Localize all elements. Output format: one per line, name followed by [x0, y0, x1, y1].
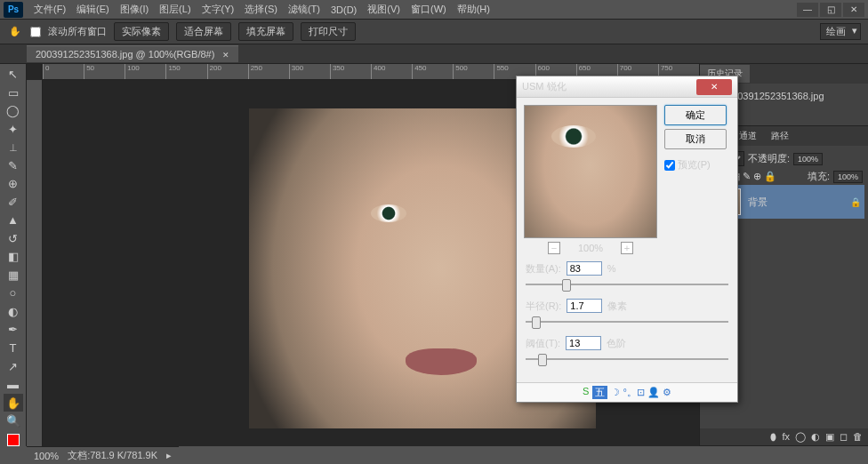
paths-tab[interactable]: 路径	[764, 127, 796, 145]
eyedropper-tool[interactable]: ✎	[4, 157, 23, 175]
ime-bar: S 五 ☽ °。⊡ 👤 ⚙	[517, 382, 737, 402]
amount-slider[interactable]	[526, 277, 728, 292]
history-brush-tool[interactable]: ↺	[4, 230, 23, 248]
folder-icon[interactable]: ▣	[825, 431, 834, 443]
menu-type[interactable]: 文字(Y)	[197, 1, 240, 18]
doc-info-arrow[interactable]: ▸	[166, 450, 172, 461]
blur-tool[interactable]: ○	[4, 284, 23, 302]
layer-name: 背景	[748, 196, 768, 209]
ok-button[interactable]: 确定	[664, 105, 727, 125]
dialog-title: USM 锐化	[522, 80, 567, 93]
shape-tool[interactable]: ▬	[4, 376, 23, 394]
dialog-preview: − 100% +	[524, 105, 657, 254]
menu-select[interactable]: 选择(S)	[239, 1, 283, 18]
amount-input[interactable]	[567, 261, 602, 276]
eraser-tool[interactable]: ◧	[4, 248, 23, 266]
threshold-slider[interactable]	[526, 352, 728, 366]
minimize-button[interactable]: —	[797, 3, 818, 17]
menu-3d[interactable]: 3D(D)	[326, 3, 362, 17]
type-tool[interactable]: T	[4, 340, 23, 357]
ruler-tick: 500	[453, 64, 494, 80]
menu-filter[interactable]: 滤镜(T)	[283, 1, 326, 18]
menu-edit[interactable]: 编辑(E)	[71, 1, 115, 18]
zoom-in-button[interactable]: +	[621, 242, 633, 254]
menu-view[interactable]: 视图(V)	[362, 1, 406, 18]
hand-tool-icon: ✋	[7, 24, 23, 40]
adjustment-icon[interactable]: ◐	[811, 431, 820, 443]
ruler-tick: 150	[165, 64, 206, 80]
workspace-selector[interactable]: 绘画	[820, 23, 861, 40]
hand-tool[interactable]: ✋	[4, 394, 23, 412]
brush-tool[interactable]: ✐	[4, 194, 23, 212]
gradient-tool[interactable]: ▦	[4, 267, 23, 284]
actual-pixels-button[interactable]: 实际像素	[114, 22, 169, 41]
ruler-tick: 0	[43, 64, 84, 80]
doc-info: 文档:781.9 K/781.9K	[68, 449, 157, 462]
ruler-tick: 200	[207, 64, 248, 80]
menu-layer[interactable]: 图层(L)	[154, 1, 196, 18]
dialog-close-button[interactable]: ✕	[696, 79, 732, 95]
dialog-titlebar[interactable]: USM 锐化 ✕	[517, 76, 737, 98]
fit-screen-button[interactable]: 适合屏幕	[176, 22, 231, 41]
opacity-value[interactable]: 100%	[793, 153, 823, 165]
mask-icon[interactable]: ◯	[795, 431, 806, 443]
usm-dialog: USM 锐化 ✕ − 100% + 确定 取消 预览(P) 数量(A):	[516, 76, 738, 403]
path-tool[interactable]: ↗	[4, 357, 23, 375]
zoom-tool[interactable]: 🔍	[4, 412, 23, 430]
threshold-label: 阈值(T):	[526, 337, 560, 350]
crop-tool[interactable]: ⟂	[4, 139, 23, 156]
threshold-unit: 色阶	[607, 337, 626, 350]
menubar: Ps 文件(F) 编辑(E) 图像(I) 图层(L) 文字(Y) 选择(S) 滤…	[0, 0, 868, 20]
radius-input[interactable]	[567, 299, 602, 313]
cancel-button[interactable]: 取消	[664, 129, 727, 149]
pen-tool[interactable]: ✒	[4, 321, 23, 339]
amount-unit: %	[607, 263, 616, 274]
marquee-tool[interactable]: ▭	[4, 84, 23, 102]
ruler-tick: 300	[289, 64, 330, 80]
zoom-percent: 100%	[578, 243, 603, 253]
fill-screen-button[interactable]: 填充屏幕	[238, 22, 293, 41]
history-filename: 200391252351368.jpg	[727, 91, 824, 101]
foreground-color[interactable]	[7, 434, 20, 446]
ruler-tick: 100	[125, 64, 165, 80]
radius-unit: 像素	[607, 300, 627, 313]
ruler-tick: 400	[371, 64, 412, 80]
stamp-tool[interactable]: ▲	[4, 212, 23, 229]
healing-tool[interactable]: ⊕	[4, 175, 23, 193]
move-tool[interactable]: ↖	[4, 66, 23, 84]
menu-help[interactable]: 帮助(H)	[452, 1, 495, 18]
preview-image[interactable]	[524, 105, 657, 238]
wand-tool[interactable]: ✦	[4, 121, 23, 139]
ruler-tick: 250	[248, 64, 289, 80]
tab-close-icon[interactable]: ✕	[222, 51, 229, 60]
ime-mode[interactable]: 五	[592, 386, 607, 399]
ruler-tick: 450	[412, 64, 453, 80]
threshold-input[interactable]	[566, 336, 601, 350]
lasso-tool[interactable]: ◯	[4, 102, 23, 120]
trash-icon[interactable]: 🗑	[853, 431, 863, 443]
document-tab-label: 200391252351368.jpg @ 100%(RGB/8#)	[36, 49, 214, 60]
link-icon[interactable]: ⬮	[770, 431, 776, 443]
maximize-button[interactable]: ◱	[820, 3, 841, 17]
menu-image[interactable]: 图像(I)	[115, 1, 154, 18]
toolbar: ↖ ▭ ◯ ✦ ⟂ ✎ ⊕ ✐ ▲ ↺ ◧ ▦ ○ ◐ ✒ T ↗ ▬ ✋ 🔍	[0, 64, 27, 446]
lock-icon: 🔒	[850, 197, 861, 207]
menu-file[interactable]: 文件(F)	[28, 1, 71, 18]
ruler-tick: 350	[330, 64, 371, 80]
menu-window[interactable]: 窗口(W)	[406, 1, 452, 18]
document-tab[interactable]: 200391252351368.jpg @ 100%(RGB/8#) ✕	[27, 45, 238, 62]
fill-value[interactable]: 100%	[833, 171, 863, 183]
dodge-tool[interactable]: ◐	[4, 303, 23, 321]
new-layer-icon[interactable]: ◻	[840, 431, 848, 443]
print-size-button[interactable]: 打印尺寸	[301, 22, 356, 41]
preview-checkbox[interactable]	[664, 160, 675, 171]
zoom-out-button[interactable]: −	[548, 242, 560, 254]
window-controls: — ◱ ✕	[797, 3, 864, 17]
fx-icon[interactable]: fx	[782, 431, 790, 443]
opacity-label: 不透明度:	[748, 152, 790, 165]
radius-slider[interactable]	[526, 315, 728, 329]
close-button[interactable]: ✕	[843, 3, 864, 17]
preview-checkbox-row[interactable]: 预览(P)	[664, 158, 727, 172]
zoom-level[interactable]: 100%	[34, 451, 59, 461]
scroll-all-checkbox[interactable]	[30, 27, 41, 37]
